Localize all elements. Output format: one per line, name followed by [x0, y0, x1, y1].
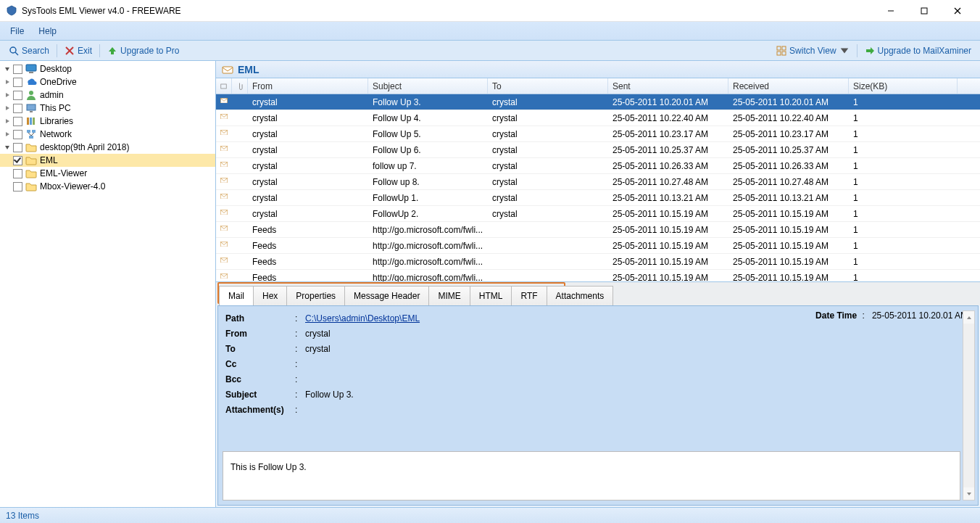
tree-node[interactable]: admin: [0, 88, 215, 102]
tree-label: Desktop: [40, 64, 72, 74]
minimize-button[interactable]: [874, 0, 908, 22]
tree-checkbox[interactable]: [13, 182, 22, 192]
col-attachment[interactable]: [232, 78, 248, 94]
cell-size: 1: [849, 177, 958, 187]
twisty-closed-icon[interactable]: [3, 78, 12, 86]
col-subject[interactable]: Subject: [368, 78, 488, 94]
table-row[interactable]: crystalFollow Up 6.crystal25-05-2011 10.…: [216, 142, 980, 158]
table-row[interactable]: crystalFollow Up 5.crystal25-05-2011 10.…: [216, 126, 980, 142]
col-sent[interactable]: Sent: [608, 78, 728, 94]
col-to[interactable]: To: [488, 78, 608, 94]
tree-checkbox[interactable]: [13, 130, 22, 139]
scroll-down-icon[interactable]: [963, 487, 974, 500]
cell-size: 1: [849, 145, 958, 155]
cell-subject: Follow Up 3.: [368, 97, 488, 107]
table-row[interactable]: Feedshttp://go.microsoft.com/fwli...25-0…: [216, 238, 980, 254]
cell-sent: 25-05-2011 10.23.17 AM: [608, 129, 728, 139]
col-received[interactable]: Received: [728, 78, 849, 94]
table-row[interactable]: crystalFollow Up 3.crystal25-05-2011 10.…: [216, 94, 980, 110]
tab-properties[interactable]: Properties: [286, 286, 345, 305]
tree-checkbox[interactable]: [13, 104, 22, 113]
toolbar: Search Exit Upgrade to Pro Switch View U…: [0, 41, 980, 61]
cell-from: crystal: [248, 193, 368, 203]
table-row[interactable]: crystalfollow up 7.crystal25-05-2011 10.…: [216, 158, 980, 174]
twisty-none: [3, 169, 12, 178]
menu-help[interactable]: Help: [31, 23, 64, 39]
tree-node[interactable]: desktop(9th April 2018): [0, 141, 215, 154]
twisty-open-icon[interactable]: [3, 65, 12, 73]
tab-hex[interactable]: Hex: [253, 286, 287, 305]
col-from[interactable]: From: [248, 78, 368, 94]
tree-checkbox[interactable]: [13, 117, 22, 126]
tab-mime[interactable]: MIME: [428, 286, 470, 305]
upgrade-mx-button[interactable]: Upgrade to MailXaminer: [860, 44, 976, 57]
search-button[interactable]: Search: [4, 44, 54, 57]
twisty-closed-icon[interactable]: [3, 91, 12, 99]
table-row[interactable]: crystalFollow Up 4.crystal25-05-2011 10.…: [216, 110, 980, 126]
tree-node[interactable]: Desktop: [0, 62, 215, 75]
exit-label: Exit: [78, 46, 92, 56]
tree-checkbox[interactable]: [13, 91, 22, 100]
scroll-up-icon[interactable]: [963, 311, 974, 324]
tree-node[interactable]: OneDrive: [0, 75, 215, 88]
tab-rtf[interactable]: RTF: [511, 286, 547, 305]
folder-icon: [25, 168, 37, 179]
tree-checkbox[interactable]: [13, 65, 22, 74]
message-body: This is Follow Up 3.: [223, 451, 960, 501]
tree-checkbox[interactable]: [13, 156, 22, 165]
col-icon[interactable]: [216, 78, 232, 94]
svg-rect-33: [220, 194, 227, 199]
bcc-label: Bcc: [225, 374, 295, 384]
cell-sent: 25-05-2011 10.15.19 AM: [608, 225, 728, 235]
grid-body[interactable]: crystalFollow Up 3.crystal25-05-2011 10.…: [216, 94, 980, 281]
table-row[interactable]: Feedshttp://go.microsoft.com/fwli...25-0…: [216, 254, 980, 270]
upgrade-pro-button[interactable]: Upgrade to Pro: [103, 44, 183, 57]
cell-received: 25-05-2011 10.23.17 AM: [728, 129, 849, 139]
maximize-button[interactable]: [908, 0, 941, 22]
tree-checkbox[interactable]: [13, 143, 22, 152]
table-row[interactable]: crystalFollow up 8.crystal25-05-2011 10.…: [216, 174, 980, 190]
table-row[interactable]: Feedshttp://go.microsoft.com/fwli...25-0…: [216, 222, 980, 238]
tree-node[interactable]: Network: [0, 128, 215, 141]
cell-received: 25-05-2011 10.25.37 AM: [728, 145, 849, 155]
close-button[interactable]: [941, 0, 974, 22]
detail-scrollbar[interactable]: [963, 310, 975, 501]
tree-checkbox[interactable]: [13, 78, 22, 87]
tree-node[interactable]: This PC: [0, 102, 215, 115]
twisty-open-icon[interactable]: [3, 143, 12, 152]
tree-node[interactable]: Mbox-Viewer-4.0: [0, 180, 215, 193]
body-text: This is Follow Up 3.: [231, 462, 307, 472]
cell-size: 1: [849, 209, 958, 219]
tree-label: desktop(9th April 2018): [40, 142, 129, 152]
cell-to: crystal: [488, 177, 608, 187]
table-row[interactable]: Feedshttp://go.microsoft.com/fwli...25-0…: [216, 270, 980, 281]
table-row[interactable]: crystalFollowUp 2.crystal25-05-2011 10.1…: [216, 206, 980, 222]
exit-button[interactable]: Exit: [60, 44, 96, 57]
mail-folder-icon: [222, 64, 233, 75]
path-link[interactable]: C:\Users\admin\Desktop\EML: [305, 313, 420, 324]
tree-node[interactable]: Libraries: [0, 115, 215, 128]
tree-node[interactable]: EML-Viewer: [0, 167, 215, 180]
tab-html[interactable]: HTML: [470, 286, 512, 305]
svg-rect-21: [32, 130, 36, 133]
twisty-closed-icon[interactable]: [3, 130, 12, 139]
tab-mail[interactable]: Mail: [219, 286, 254, 305]
table-row[interactable]: crystalFollowUp 1.crystal25-05-2011 10.1…: [216, 190, 980, 206]
twisty-closed-icon[interactable]: [3, 117, 12, 125]
col-size[interactable]: Size(KB): [849, 78, 958, 94]
tree-node[interactable]: EML: [0, 154, 215, 167]
mail-icon: [220, 114, 228, 123]
tab-message-header[interactable]: Message Header: [344, 286, 429, 305]
cell-size: 1: [849, 273, 958, 282]
switch-view-button[interactable]: Switch View: [772, 44, 853, 57]
folder-icon: [25, 181, 37, 192]
menu-file[interactable]: File: [3, 23, 31, 39]
tab-attachments[interactable]: Attachments: [547, 286, 614, 305]
folder-tree[interactable]: DesktopOneDriveadminThis PCLibrariesNetw…: [0, 61, 216, 507]
svg-rect-26: [221, 84, 227, 88]
twisty-closed-icon[interactable]: [3, 104, 12, 112]
datetime-label: Date Time: [815, 310, 857, 321]
tree-label: This PC: [40, 103, 71, 113]
titlebar: SysTools EML Viewer v4.0 - FREEWARE: [0, 0, 980, 22]
tree-checkbox[interactable]: [13, 169, 22, 178]
